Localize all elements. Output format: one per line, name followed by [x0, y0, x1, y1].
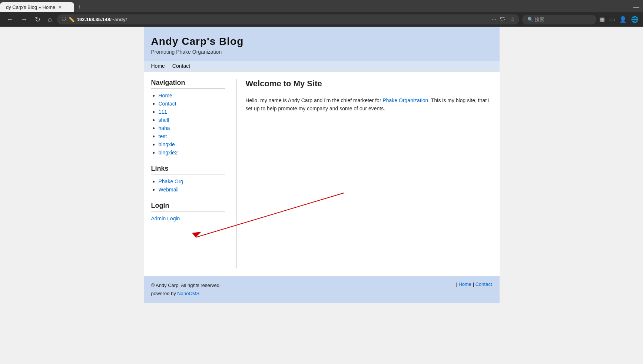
main-content: Welcome to My Site Hello, my name is And…	[236, 79, 492, 268]
browser-tab[interactable]: dy Carp's Blog » Home ✕	[0, 2, 74, 12]
nav-link-bingxie2[interactable]: bingxie2	[159, 150, 178, 156]
library-icon[interactable]: ▦	[599, 16, 605, 23]
sidebar-navigation-section: Navigation Home Contact 111 shell haha t…	[151, 79, 225, 156]
content-area: Navigation Home Contact 111 shell haha t…	[144, 71, 500, 276]
list-item: bingxie2	[159, 149, 225, 156]
list-item: bingxie	[159, 141, 225, 148]
copyright-text: © Andy Carp. All rights reserved.	[151, 281, 221, 290]
link-phake-org[interactable]: Phake Org.	[159, 178, 185, 184]
list-item: shell	[159, 117, 225, 123]
bookmark-shield-icon: 🛡	[500, 16, 506, 23]
phake-org-link[interactable]: Phake Organization	[382, 97, 428, 103]
list-item: Phake Org.	[159, 178, 225, 185]
edit-icon: ✏️	[69, 17, 74, 23]
star-icon: ☆	[510, 16, 515, 23]
sidebar: Navigation Home Contact 111 shell haha t…	[151, 79, 225, 268]
footer-home-link[interactable]: Home	[458, 281, 471, 287]
back-button[interactable]: ←	[4, 15, 16, 24]
list-item: 111	[159, 108, 225, 115]
list-item: Webmail	[159, 186, 225, 193]
tab-title: dy Carp's Blog » Home	[6, 4, 55, 10]
link-webmail[interactable]: Webmail	[159, 187, 179, 193]
login-heading: Login	[151, 202, 225, 211]
search-placeholder: 搜索	[535, 17, 544, 22]
shield-icon: 🛡	[62, 17, 66, 23]
minimize-button[interactable]: —	[633, 4, 639, 10]
welcome-heading: Welcome to My Site	[246, 79, 492, 91]
nav-home[interactable]: Home	[151, 63, 165, 69]
site-title: Andy Carp's Blog	[151, 36, 492, 47]
sidebar-links-list: Phake Org. Webmail	[151, 178, 225, 193]
links-heading: Links	[151, 165, 225, 174]
address-extra-icons: ··· 🛡 ☆	[492, 16, 515, 23]
list-item: Contact	[159, 100, 225, 107]
navigation-heading: Navigation	[151, 79, 225, 89]
address-bar[interactable]: 🛡 ✏️ 192.168.35.148/~andy/ ··· 🛡 ☆	[57, 14, 519, 24]
footer-right: | Home | Contact	[456, 281, 492, 287]
extensions-icon[interactable]: 🌐	[631, 16, 639, 23]
footer-left: © Andy Carp. All rights reserved. powere…	[151, 281, 221, 298]
site-footer: © Andy Carp. All rights reserved. powere…	[144, 276, 500, 303]
nav-link-haha[interactable]: haha	[159, 125, 170, 131]
nav-contact[interactable]: Contact	[172, 63, 190, 69]
reload-button[interactable]: ↻	[33, 15, 43, 24]
sidebar-icon[interactable]: ▭	[609, 16, 615, 23]
search-bar[interactable]: 🔍 搜索	[522, 15, 596, 24]
footer-contact-link[interactable]: Contact	[475, 281, 492, 287]
site-subtitle: Promoting Phake Organization	[151, 49, 492, 55]
browser-right-icons: ▦ ▭ 👤 🌐	[599, 16, 639, 23]
svg-marker-1	[192, 232, 201, 237]
list-item: test	[159, 133, 225, 140]
nav-link-111[interactable]: 111	[159, 109, 167, 115]
list-item: Home	[159, 92, 225, 99]
account-icon[interactable]: 👤	[619, 16, 627, 23]
sidebar-nav-list: Home Contact 111 shell haha test bingxie…	[151, 92, 225, 156]
sidebar-links-section: Links Phake Org. Webmail	[151, 165, 225, 193]
admin-login-link[interactable]: Admin Login	[151, 216, 180, 221]
home-button[interactable]: ⌂	[46, 15, 54, 24]
forward-button[interactable]: →	[19, 15, 30, 24]
list-item: haha	[159, 125, 225, 131]
nav-link-bingxie[interactable]: bingxie	[159, 141, 175, 147]
nanocms-link[interactable]: NanoCMS	[177, 291, 199, 296]
address-text: 192.168.35.148/~andy/	[77, 17, 490, 22]
tab-close-icon[interactable]: ✕	[58, 5, 62, 10]
site-header: Andy Carp's Blog Promoting Phake Organiz…	[144, 27, 500, 61]
welcome-text: Hello, my name is Andy Carp and I'm the …	[246, 96, 492, 113]
main-nav: Home Contact	[144, 61, 500, 71]
nav-link-test[interactable]: test	[159, 133, 167, 139]
nav-link-home[interactable]: Home	[159, 93, 172, 98]
sidebar-login-section: Login Admin Login	[151, 202, 225, 260]
more-icon: ···	[492, 16, 496, 23]
nav-link-contact[interactable]: Contact	[159, 101, 176, 107]
nav-link-shell[interactable]: shell	[159, 117, 169, 123]
new-tab-button[interactable]: +	[74, 3, 85, 11]
powered-by: powered by NanoCMS	[151, 290, 221, 298]
search-icon: 🔍	[527, 17, 533, 22]
